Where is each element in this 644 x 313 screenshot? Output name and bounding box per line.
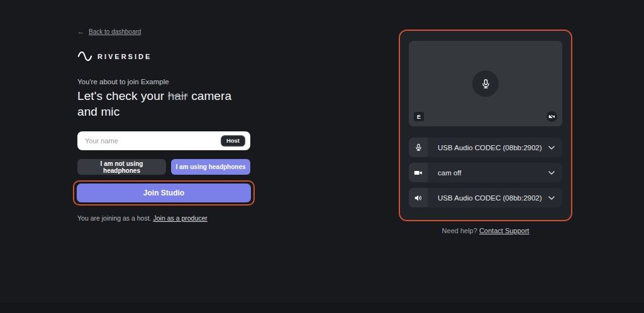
microphone-select-value: USB Audio CODEC (08bb:2902) xyxy=(438,144,548,151)
join-as-producer-link[interactable]: Join as a producer xyxy=(153,214,207,222)
name-input-row: Host xyxy=(77,131,250,150)
camera-off-status xyxy=(547,111,557,122)
chevron-down-icon xyxy=(548,171,555,175)
annotation-box-join-button: Join Studio xyxy=(73,180,255,206)
brand-name: RIVERSIDE xyxy=(97,53,152,60)
heading-text-before: Let's check your xyxy=(77,89,164,102)
speaker-select[interactable]: USB Audio CODEC (08bb:2902) xyxy=(409,188,562,207)
help-text: Need help? xyxy=(442,227,477,234)
speaker-select-value: USB Audio CODEC (08bb:2902) xyxy=(438,194,548,202)
join-form-column: ← Back to dashboard RIVERSIDE You're abo… xyxy=(77,25,250,222)
join-subtitle: You're about to join Example xyxy=(77,78,250,85)
heading-strikethrough-word: hair xyxy=(168,89,188,102)
riverside-logo: RIVERSIDE xyxy=(77,52,250,61)
headphones-off-button[interactable]: I am not using headphones xyxy=(77,159,166,175)
back-to-dashboard-row: ← Back to dashboard xyxy=(77,28,250,35)
camera-icon xyxy=(409,163,428,182)
avatar-circle xyxy=(472,70,499,97)
microphone-select[interactable]: USB Audio CODEC (08bb:2902) xyxy=(409,138,562,157)
contact-support-link[interactable]: Contact Support xyxy=(479,227,530,234)
join-studio-button[interactable]: Join Studio xyxy=(77,184,251,202)
back-to-dashboard-link[interactable]: Back to dashboard xyxy=(89,28,141,35)
device-panel-annotated: E USB Audio CODEC (08bb:2902) xyxy=(399,30,572,221)
footnote-text: You are joining as a host. xyxy=(77,214,152,222)
sine-wave-icon xyxy=(77,52,92,61)
left-arrow-icon: ← xyxy=(77,28,84,35)
participant-initial-badge: E xyxy=(414,112,424,121)
headphones-toggle-row: I am not using headphones I am using hea… xyxy=(77,159,250,175)
headphones-on-button[interactable]: I am using headphones xyxy=(171,159,250,175)
chevron-down-icon xyxy=(548,196,555,200)
role-badge: Host xyxy=(221,135,245,146)
bottom-edge-strip xyxy=(0,302,644,313)
chevron-down-icon xyxy=(548,146,555,150)
help-row: Need help? Contact Support xyxy=(399,227,572,234)
page-title: Let's check your hair camera and mic xyxy=(77,88,250,119)
camera-off-icon xyxy=(548,113,555,120)
microphone-icon xyxy=(409,138,428,157)
camera-select-value: cam off xyxy=(438,169,548,177)
microphone-icon xyxy=(480,79,491,89)
camera-select[interactable]: cam off xyxy=(409,163,562,182)
join-footnote: You are joining as a host. Join as a pro… xyxy=(77,214,250,222)
speaker-icon xyxy=(409,188,428,207)
camera-preview: E xyxy=(409,41,562,126)
